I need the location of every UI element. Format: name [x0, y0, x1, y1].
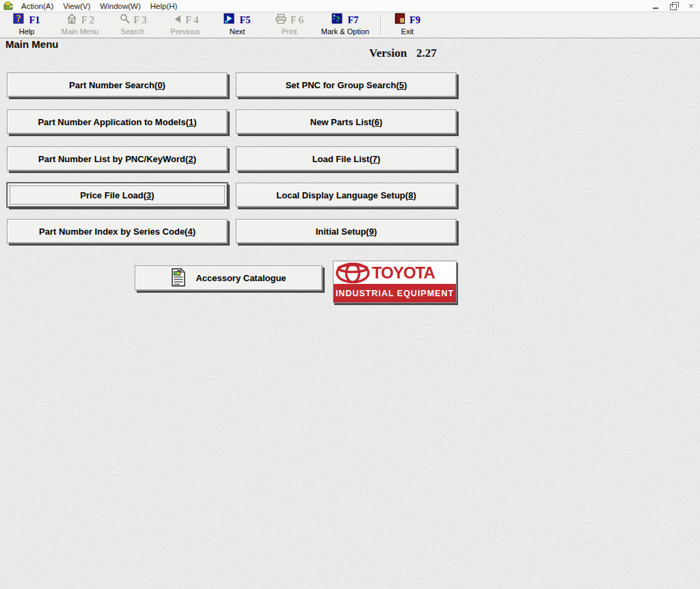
restore-icon[interactable]	[669, 1, 678, 11]
toyota-logo-top: TOYOTA	[334, 261, 456, 284]
toyota-logo: TOYOTA INDUSTRIAL EQUIPMENT	[333, 261, 457, 303]
application-window: Action(A) View(V) Window(W) Help(H) × ? …	[0, 0, 700, 589]
button-label: Part Number List by PNC/KeyWord(2)	[38, 154, 196, 164]
button-label: Load File List(7)	[312, 154, 381, 164]
main-menu-icon	[66, 13, 78, 27]
initial-setup-button[interactable]: Initial Setup(9)	[236, 219, 457, 244]
accessory-catalogue-button[interactable]: Accessory Catalogue	[135, 265, 323, 291]
help-icon: ?	[13, 13, 25, 27]
toyota-brand-text: TOYOTA	[372, 263, 435, 283]
part-number-application-to-models-button[interactable]: Part Number Application to Models(1)	[7, 109, 228, 134]
menu-window[interactable]: Window(W)	[95, 1, 145, 11]
toolbar-next-button[interactable]: F5 Next	[215, 14, 260, 36]
toolbar-main-menu-button: F 2 Main Menu	[53, 14, 107, 36]
menu-bar: Action(A) View(V) Window(W) Help(H) ×	[0, 0, 700, 12]
document-icon	[171, 268, 186, 289]
part-number-index-by-series-code-button[interactable]: Part Number Index by Series Code(4)	[7, 219, 228, 244]
button-label: Set PNC for Group Search(5)	[286, 80, 407, 90]
search-icon	[119, 13, 131, 27]
part-number-search-button[interactable]: Part Number Search(0)	[7, 73, 228, 97]
button-label: Part Number Application to Models(1)	[38, 117, 196, 127]
button-label: Local Display Language Setup(8)	[276, 190, 416, 200]
part-number-list-by-pnc-keyword-button[interactable]: Part Number List by PNC/KeyWord(2)	[7, 146, 228, 171]
previous-icon	[172, 14, 183, 27]
set-pnc-for-group-search-button[interactable]: Set PNC for Group Search(5)	[236, 73, 457, 97]
load-file-list-button[interactable]: Load File List(7)	[236, 146, 457, 171]
menu-help[interactable]: Help(H)	[146, 1, 183, 11]
button-label: Part Number Index by Series Code(4)	[39, 226, 196, 237]
toolbar-help-button[interactable]: ? F1 Help	[7, 14, 46, 36]
toolbar: ? F1 Help F 2 Main Menu	[0, 12, 700, 38]
price-file-load-button[interactable]: Price File Load(3)	[7, 183, 228, 207]
svg-text:?: ?	[16, 14, 21, 24]
menu-action[interactable]: Action(A)	[16, 1, 58, 11]
button-label: Price File Load(3)	[80, 190, 154, 200]
svg-text:?: ?	[336, 14, 340, 24]
local-display-language-setup-button[interactable]: Local Display Language Setup(8)	[236, 183, 457, 207]
minimize-icon[interactable]	[651, 1, 660, 11]
button-label: Accessory Catalogue	[196, 273, 286, 283]
window-controls: ×	[651, 0, 696, 12]
button-label: Part Number Search(0)	[69, 80, 165, 90]
toyota-emblem-icon	[336, 263, 370, 283]
close-icon[interactable]: ×	[686, 1, 696, 11]
mark-option-icon: ?	[332, 13, 344, 27]
button-label: Initial Setup(9)	[316, 226, 377, 237]
toolbar-mark-option-button[interactable]: ? F7 Mark & Option	[314, 14, 376, 36]
toolbar-search-button: F 3 Search	[108, 14, 157, 36]
toyota-tagline-text: INDUSTRIAL EQUIPMENT	[336, 289, 454, 298]
toolbar-previous-button: F 4 Previous	[161, 14, 209, 36]
app-icon	[3, 1, 14, 10]
menu-view[interactable]: View(V)	[58, 1, 95, 11]
print-icon	[275, 13, 287, 27]
version-text: Version2.27	[369, 47, 437, 60]
toolbar-exit-button[interactable]: F9 Exit	[387, 14, 428, 36]
toolbar-separator	[380, 14, 381, 35]
exit-icon	[394, 13, 406, 27]
next-icon	[224, 13, 236, 27]
button-label: New Parts List(6)	[310, 117, 383, 127]
toyota-logo-bottom: INDUSTRIAL EQUIPMENT	[334, 284, 456, 302]
toolbar-print-button: F 6 Print	[268, 14, 310, 36]
new-parts-list-button[interactable]: New Parts List(6)	[236, 109, 457, 134]
page-title: Main Menu	[5, 38, 59, 50]
